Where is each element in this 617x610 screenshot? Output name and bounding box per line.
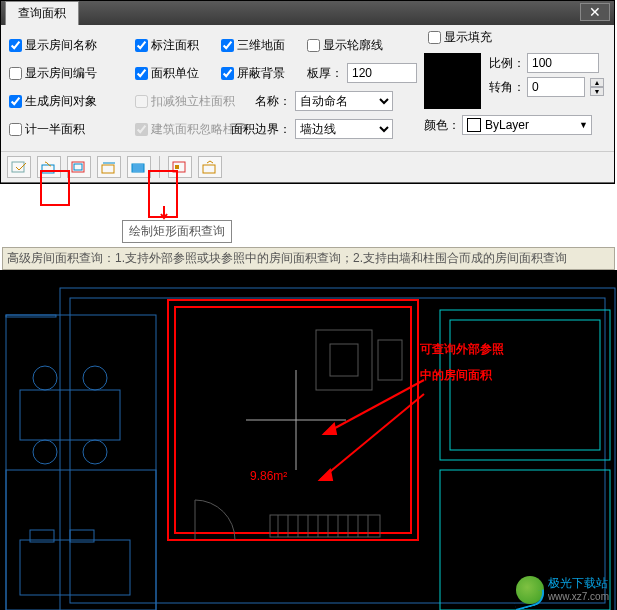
svg-rect-10 <box>175 165 179 169</box>
svg-rect-15 <box>6 315 156 610</box>
input-rot[interactable] <box>527 77 585 97</box>
chk-mark-area[interactable]: 标注面积 <box>135 37 199 54</box>
tool-5[interactable] <box>127 156 151 178</box>
chk-gen-room[interactable]: 生成房间对象 <box>9 93 97 110</box>
svg-point-19 <box>83 366 107 390</box>
svg-line-49 <box>320 394 424 480</box>
svg-rect-22 <box>20 540 130 595</box>
chk-show-no[interactable]: 显示房间编号 <box>9 65 97 82</box>
cad-viewport[interactable]: 9.86m² 可查询外部参照 中的房间面积 极光下载站www.xz7.com <box>0 270 617 610</box>
tool-rect-query[interactable] <box>37 156 61 178</box>
arrow-down-icon <box>160 206 168 220</box>
chk-shield-bg[interactable]: 屏蔽背景 <box>221 65 285 82</box>
svg-rect-3 <box>74 164 82 170</box>
tooltip: 绘制矩形面积查询 <box>122 220 232 243</box>
svg-rect-1 <box>42 165 54 173</box>
svg-rect-28 <box>330 344 358 376</box>
svg-point-21 <box>83 440 107 464</box>
spinner-rot[interactable]: ▲▼ <box>590 78 604 96</box>
input-thick[interactable] <box>347 63 417 83</box>
svg-marker-48 <box>324 424 336 434</box>
svg-marker-50 <box>320 470 332 480</box>
lbl-rot: 转角： <box>489 79 521 96</box>
lbl-area-bound: 面积边界： <box>231 121 291 138</box>
svg-rect-11 <box>203 165 215 173</box>
lbl-thick: 板厚： <box>307 65 343 82</box>
chk-3d[interactable]: 三维地面 <box>221 37 285 54</box>
tool-3[interactable] <box>67 156 91 178</box>
input-ratio[interactable] <box>527 53 599 73</box>
annotation: 可查询外部参照 中的房间面积 <box>420 336 504 388</box>
toolbar <box>1 151 614 183</box>
lbl-ratio: 比例： <box>489 55 521 72</box>
svg-point-20 <box>33 440 57 464</box>
titlebar: 查询面积 ✕ <box>1 1 614 25</box>
fill-swatch[interactable] <box>424 53 481 109</box>
chk-area-unit[interactable]: 面积单位 <box>135 65 199 82</box>
svg-point-18 <box>33 366 57 390</box>
area-label: 9.86m² <box>250 469 287 483</box>
tool-pick[interactable] <box>7 156 31 178</box>
chk-half-area[interactable]: 计一半面积 <box>9 121 85 138</box>
tool-7[interactable] <box>198 156 222 178</box>
tool-6[interactable] <box>168 156 192 178</box>
svg-rect-4 <box>102 165 114 173</box>
explain-bar: 高级房间面积查询：1.支持外部参照或块参照中的房间面积查询；2.支持由墙和柱围合… <box>2 247 615 270</box>
chk-contour[interactable]: 显示轮廓线 <box>307 37 383 54</box>
select-color[interactable]: ByLayer ▼ <box>462 115 592 135</box>
svg-rect-27 <box>316 330 372 390</box>
chk-show-name[interactable]: 显示房间名称 <box>9 37 97 54</box>
tool-4[interactable] <box>97 156 121 178</box>
chk-show-fill[interactable]: 显示填充 <box>428 29 492 46</box>
logo: 极光下载站www.xz7.com <box>516 576 609 604</box>
chk-sub-column: 扣减独立柱面积 <box>135 93 235 110</box>
select-area-bound[interactable]: 墙边线 <box>295 119 393 139</box>
lbl-name: 名称： <box>255 93 291 110</box>
tab-area-query[interactable]: 查询面积 <box>5 1 79 25</box>
svg-rect-29 <box>378 340 402 380</box>
select-name[interactable]: 自动命名 <box>295 91 393 111</box>
lbl-color: 颜色： <box>424 117 456 134</box>
close-icon[interactable]: ✕ <box>580 3 610 21</box>
svg-rect-13 <box>60 288 615 610</box>
